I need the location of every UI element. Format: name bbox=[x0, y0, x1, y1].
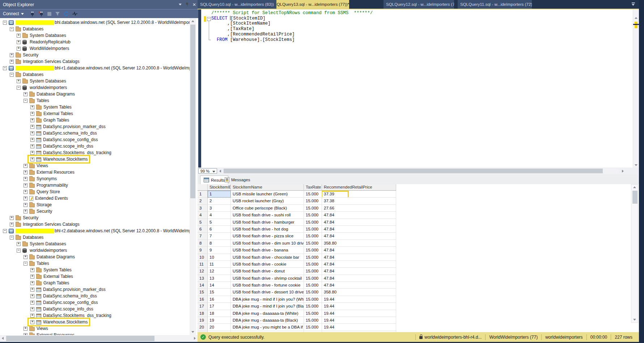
object-explorer-horizontal-scrollbar[interactable] bbox=[0, 335, 198, 342]
expander-icon[interactable]: + bbox=[10, 216, 14, 220]
recommended-retail-price-cell[interactable]: 19.44 bbox=[322, 310, 396, 317]
tax-rate-cell[interactable]: 15.000 bbox=[304, 233, 322, 240]
stock-item-id-cell[interactable]: 11 bbox=[208, 261, 231, 268]
stock-item-id-cell[interactable]: 20 bbox=[208, 324, 231, 331]
query-editor[interactable]: − /****** Script for SelectTopNRows comm… bbox=[201, 9, 639, 168]
stock-item-id-cell[interactable]: 7 bbox=[208, 233, 231, 240]
tree-item[interactable]: + ReadonlyReplicaHub bbox=[0, 39, 190, 45]
recommended-retail-price-cell[interactable]: 19.44 bbox=[322, 324, 396, 331]
recommended-retail-price-cell[interactable]: 47.84 bbox=[322, 254, 396, 261]
tax-rate-cell[interactable]: 15.000 bbox=[304, 261, 322, 268]
stock-item-name-cell[interactable]: USB food flash drive - pizza slice bbox=[231, 233, 304, 240]
expander-icon[interactable]: + bbox=[10, 53, 14, 57]
expander-icon[interactable]: + bbox=[30, 294, 34, 298]
corner-header-cell[interactable] bbox=[198, 184, 208, 191]
tree-item[interactable]: + Graph Tables bbox=[0, 117, 190, 123]
stock-item-name-cell[interactable]: USB food flash drive - dim sum 10 drive … bbox=[231, 240, 304, 247]
tax-rate-cell[interactable]: 15.000 bbox=[304, 282, 322, 289]
activity-monitor-icon[interactable] bbox=[72, 11, 78, 16]
stock-item-id-cell[interactable]: 15 bbox=[208, 289, 231, 296]
tree-item[interactable]: + External Resources bbox=[0, 169, 190, 175]
stock-item-id-cell[interactable]: 5 bbox=[208, 219, 231, 226]
expander-icon[interactable]: − bbox=[24, 262, 27, 266]
row-number-cell[interactable]: 12 bbox=[198, 268, 208, 275]
column-header[interactable]: TaxRate bbox=[304, 184, 322, 191]
tab-overflow-icon[interactable] bbox=[631, 3, 635, 6]
expander-icon[interactable]: + bbox=[30, 112, 34, 116]
row-number-cell[interactable]: 7 bbox=[198, 233, 208, 240]
stock-item-name-cell[interactable]: USB food flash drive - hamburger bbox=[231, 219, 304, 226]
stock-item-name-cell[interactable]: Office cube periscope (Black) bbox=[231, 205, 304, 212]
tree-item[interactable]: + DataSync.StockItems_dss_tracking bbox=[0, 312, 190, 319]
stock-item-id-cell[interactable]: 18 bbox=[208, 310, 231, 317]
document-tab[interactable]: SQLQuery13.sql - w...ideImporters (77))*… bbox=[271, 0, 349, 9]
recommended-retail-price-cell[interactable]: 47.84 bbox=[322, 282, 396, 289]
expander-icon[interactable]: + bbox=[30, 138, 34, 142]
expander-icon[interactable]: + bbox=[24, 183, 27, 187]
tax-rate-cell[interactable]: 15.000 bbox=[304, 296, 322, 303]
stock-item-name-cell[interactable]: DBA joke mug - mind if I join you? (Whit… bbox=[231, 296, 304, 303]
tree-item[interactable]: + Warehouse.StockItems bbox=[0, 319, 190, 325]
stock-item-name-cell[interactable]: USB food flash drive - donut bbox=[231, 268, 304, 275]
hscroll-left-arrow[interactable] bbox=[219, 170, 221, 173]
tree-item[interactable]: + Warehouse.StockItems bbox=[0, 156, 190, 162]
tree-item[interactable]: + DataSync.scope_info_dss bbox=[0, 143, 190, 149]
row-number-cell[interactable]: 3 bbox=[198, 205, 208, 212]
stock-item-id-cell[interactable]: 13 bbox=[208, 275, 231, 282]
tree-item[interactable]: + System Databases bbox=[0, 32, 190, 39]
recommended-retail-price-cell[interactable]: 47.84 bbox=[322, 261, 396, 268]
stock-item-id-cell[interactable]: 3 bbox=[208, 205, 231, 212]
expander-icon[interactable]: + bbox=[30, 314, 34, 318]
recommended-retail-price-cell[interactable]: 19.44 bbox=[322, 317, 396, 324]
expander-icon[interactable]: + bbox=[24, 177, 27, 181]
tax-rate-cell[interactable]: 15.000 bbox=[304, 226, 322, 233]
stock-item-name-cell[interactable]: DBA joke mug - mind if I join you? (Blac… bbox=[231, 303, 304, 310]
recommended-retail-price-cell[interactable]: 37.39 bbox=[322, 191, 396, 198]
stock-item-id-cell[interactable]: 17 bbox=[208, 303, 231, 310]
row-number-cell[interactable]: 10 bbox=[198, 254, 208, 261]
stock-item-id-cell[interactable]: 16 bbox=[208, 296, 231, 303]
document-tab[interactable]: SQLQuery11.sql - w...ideImporters (72)) … bbox=[458, 0, 532, 9]
expander-icon[interactable]: + bbox=[17, 242, 21, 246]
code-fold-icon[interactable]: − bbox=[207, 17, 211, 21]
object-explorer-vertical-scrollbar[interactable] bbox=[190, 18, 196, 335]
stock-item-name-cell[interactable]: USB food flash drive - chocolate bar bbox=[231, 254, 304, 261]
row-number-cell[interactable]: 8 bbox=[198, 240, 208, 247]
expander-icon[interactable]: + bbox=[30, 125, 34, 129]
tree-item[interactable]: + Extended Events bbox=[0, 195, 190, 202]
stock-item-id-cell[interactable]: 12 bbox=[208, 268, 231, 275]
stock-item-name-cell[interactable]: USB rocket launcher (Gray) bbox=[231, 198, 304, 204]
expander-icon[interactable]: + bbox=[30, 281, 34, 285]
row-number-cell[interactable]: 4 bbox=[198, 212, 208, 219]
tree-item[interactable]: + Security bbox=[0, 208, 190, 215]
row-number-cell[interactable]: 9 bbox=[198, 247, 208, 254]
expander-icon[interactable]: + bbox=[30, 268, 34, 272]
stock-item-name-cell[interactable]: DBA joke mug - daaaaaa-ta (Black) bbox=[231, 317, 304, 324]
row-number-cell[interactable]: 17 bbox=[198, 303, 208, 310]
tree-item[interactable]: + Integration Services Catalogs bbox=[0, 58, 190, 65]
editor-vertical-scrollbar[interactable] bbox=[633, 9, 639, 168]
expander-icon[interactable]: + bbox=[24, 327, 27, 331]
tree-item[interactable]: + DataSync.schema_info_dss bbox=[0, 293, 190, 299]
recommended-retail-price-cell[interactable]: 47.84 bbox=[322, 226, 396, 233]
stock-item-id-cell[interactable]: 2 bbox=[208, 198, 231, 204]
expander-icon[interactable]: + bbox=[30, 288, 34, 292]
stock-item-name-cell[interactable]: USB missile launcher (Green) bbox=[231, 191, 304, 198]
hscroll-right-arrow[interactable] bbox=[622, 170, 624, 173]
tree-item[interactable]: + External Tables bbox=[0, 110, 190, 117]
tree-item[interactable]: − bhl.database.windows.net (SQL Server 1… bbox=[0, 19, 190, 26]
expander-icon[interactable]: + bbox=[30, 151, 34, 155]
tax-rate-cell[interactable]: 15.000 bbox=[304, 310, 322, 317]
row-number-cell[interactable]: 6 bbox=[198, 226, 208, 233]
sql-code[interactable]: /****** Script for SelectTopNRows comman… bbox=[211, 10, 373, 42]
recommended-retail-price-cell[interactable]: 47.84 bbox=[322, 268, 396, 275]
tree-item[interactable]: + DataSync.scope_config_dss bbox=[0, 136, 190, 143]
tree-item[interactable]: − worldwideimporters bbox=[0, 247, 190, 254]
expander-icon[interactable]: − bbox=[17, 249, 21, 253]
row-number-cell[interactable]: 11 bbox=[198, 261, 208, 268]
expander-icon[interactable]: + bbox=[30, 307, 34, 311]
row-number-cell[interactable]: 14 bbox=[198, 282, 208, 289]
tree-item[interactable]: + External Resources bbox=[0, 332, 190, 335]
document-tab[interactable]: SQLQuery12.sql - w...ideImporters (76)) … bbox=[384, 0, 454, 9]
tax-rate-cell[interactable]: 15.000 bbox=[304, 219, 322, 226]
